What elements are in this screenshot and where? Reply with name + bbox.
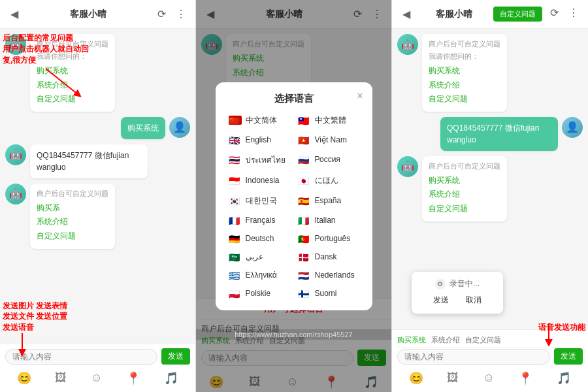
q-3-2-buy[interactable]: 购买系统 <box>429 174 500 188</box>
q-3-2-custom[interactable]: 自定义问题 <box>429 202 500 216</box>
rec-send-btn[interactable]: 发送 <box>428 293 454 307</box>
lang-th[interactable]: 🇹🇭ประเทศไทย <box>226 152 293 168</box>
lang-vn[interactable]: 🇻🇳Việt Nam <box>295 133 362 146</box>
lang-en[interactable]: 🇬🇧English <box>226 133 293 146</box>
bubble-buy: 购买系统 <box>121 117 165 139</box>
tab-buy-3[interactable]: 购买系统 <box>397 335 426 345</box>
menu-icon-1[interactable]: ⋮ <box>173 8 189 20</box>
q-3-ask: 我请你想问的： <box>429 52 500 61</box>
lang-dk[interactable]: 🇩🇰Dansk <box>295 250 362 263</box>
q-link-custom-2[interactable]: 自定义问题 <box>37 229 108 244</box>
msg-row-custom-2: 🤖 商户后台可自定义问题 购买系 系统介绍 自定义问题 <box>5 184 190 249</box>
audio-icon-3[interactable]: 🎵 <box>557 371 571 385</box>
face-icon-1[interactable]: ☺ <box>90 371 102 385</box>
msg-row-user-buy: 👤 购买系统 <box>5 117 190 139</box>
lang-fi[interactable]: 🇫🇮Suomi <box>295 287 362 300</box>
menu-icon-3[interactable]: ⋮ <box>566 7 581 22</box>
lang-it[interactable]: 🇮🇹Italian <box>295 214 362 227</box>
lang-fr[interactable]: 🇫🇷Français <box>226 214 293 227</box>
q-3-intro[interactable]: 系统介绍 <box>429 78 500 93</box>
q-ask-1: 我请你想问的： <box>37 52 108 61</box>
q-link-intro[interactable]: 系统介绍 <box>37 78 108 93</box>
lang-de[interactable]: 🇩🇪Deutsch <box>226 232 293 245</box>
q-link-custom[interactable]: 自定义问题 <box>37 92 108 106</box>
audio-icon-1[interactable]: 🎵 <box>164 371 178 385</box>
recording-popup: ⚙ 录音中... 发送 取消 <box>412 272 503 314</box>
input-3[interactable] <box>397 349 550 365</box>
lang-ru[interactable]: 🇷🇺Россия <box>295 152 362 168</box>
lang-pt[interactable]: 🇵🇹Português <box>295 232 362 245</box>
header-title-1: 客服小晴 <box>22 8 154 20</box>
input-1[interactable] <box>5 349 157 365</box>
chat-area-1: 🤖 商户后台可自定义问题 我请你想问的： 购买系统 系统介绍 自定义问题 👤 购… <box>0 29 195 344</box>
toolbar-1: 😊 🖼 ☺ 📍 🎵 <box>5 368 190 388</box>
msg-row-3-bot-1: 🤖 商户后台可自定义问题 我请你想问的： 购买系统 系统介绍 自定义问题 <box>397 34 583 112</box>
tab-custom-3[interactable]: 自定义问题 <box>465 335 501 345</box>
location-icon-3[interactable]: 📍 <box>518 371 532 385</box>
face-icon-3[interactable]: ☺ <box>483 371 495 385</box>
language-modal: 选择语言 × 🇨🇳中文简体 🇹🇼中文繁體 🇬🇧English 🇻🇳Việt Na… <box>216 82 372 310</box>
lang-es[interactable]: 🇪🇸España <box>295 193 362 208</box>
emoji-icon-3[interactable]: 😊 <box>409 371 423 385</box>
modal-close-btn[interactable]: × <box>357 90 363 102</box>
lang-pl[interactable]: 🇵🇱Polskie <box>226 287 293 300</box>
custom-btn-3[interactable]: 自定义问题 <box>493 7 542 22</box>
avatar-3-bot-1: 🤖 <box>397 34 418 55</box>
modal-title: 选择语言 <box>226 93 362 105</box>
avatar-bot-2: 🤖 <box>5 144 26 165</box>
refresh-icon-3[interactable]: ⟳ <box>546 7 562 22</box>
msg-row-3-user: 👤 QQ1845457777 微信fujian wangluo <box>397 117 583 151</box>
panel-1: 后台配置的常见问题用户点击机器人就自动回复,很方便 ◀ 客服小晴 ⟳ ⋮ 🤖 商… <box>0 0 196 392</box>
recording-text: 录音中... <box>449 278 480 289</box>
location-icon-1[interactable]: 📍 <box>126 371 140 385</box>
chat-area-3: 🤖 商户后台可自定义问题 我请你想问的： 购买系统 系统介绍 自定义问题 ⚙ 录… <box>392 29 588 329</box>
image-icon-3[interactable]: 🖼 <box>447 371 459 385</box>
q-link-buy-2[interactable]: 购买系 <box>37 201 108 216</box>
msg-row-bot-1: 🤖 商户后台可自定义问题 我请你想问的： 购买系统 系统介绍 自定义问题 <box>5 34 190 112</box>
custom-questions-1: 商户后台可自定义问题 我请你想问的： 购买系统 系统介绍 自定义问题 <box>30 34 115 112</box>
recording-status: ⚙ 录音中... <box>435 278 480 289</box>
lang-gr[interactable]: 🇬🇷Ελληνικά <box>226 269 293 282</box>
panel-header-1: ◀ 客服小晴 ⟳ ⋮ <box>0 0 195 29</box>
lang-zh-trad[interactable]: 🇹🇼中文繁體 <box>295 113 362 128</box>
avatar-bot-3: 🤖 <box>5 184 26 204</box>
msg-row-3-custom-2: 🤖 商户后台可自定义问题 购买系统 系统介绍 自定义问题 <box>397 156 583 221</box>
q-3-2-label: 商户后台可自定义问题 <box>429 161 500 171</box>
panel-2: ◀ 客服小晴 ⟳ ⋮ 🤖 商户后台可自定义问题 购买系统 系统介绍 自定义问题 … <box>196 0 392 392</box>
q-link-intro-2[interactable]: 系统介绍 <box>37 215 108 229</box>
panel-3: ◀ 客服小晴 自定义问题 ⟳ ⋮ 🤖 商户后台可自定义问题 我请你想问的： 购买… <box>392 0 588 392</box>
custom-questions-3: 商户后台可自定义问题 我请你想问的： 购买系统 系统介绍 自定义问题 <box>422 34 507 112</box>
emoji-icon-1[interactable]: 😊 <box>17 371 31 385</box>
back-icon-1[interactable]: ◀ <box>7 8 22 20</box>
send-btn-3[interactable]: 发送 <box>554 348 583 365</box>
modal-overlay[interactable]: 选择语言 × 🇨🇳中文简体 🇹🇼中文繁體 🇬🇧English 🇻🇳Việt Na… <box>196 0 391 392</box>
msg-row-bot-contact: 🤖 QQ1845457777 微信fujian wangluo <box>5 144 190 178</box>
tab-intro-3[interactable]: 系统介绍 <box>431 335 460 345</box>
lang-ar[interactable]: 🇸🇦عربي <box>226 250 293 263</box>
q-3-custom[interactable]: 自定义问题 <box>429 92 500 106</box>
q-3-buy[interactable]: 购买系统 <box>429 64 500 78</box>
avatar-3-user: 👤 <box>562 117 583 138</box>
send-btn-1[interactable]: 发送 <box>161 348 190 365</box>
language-grid: 🇨🇳中文简体 🇹🇼中文繁體 🇬🇧English 🇻🇳Việt Nam 🇹🇭ประ… <box>226 113 362 300</box>
q-label-1: 商户后台可自定义问题 <box>37 39 108 49</box>
avatar-3-bot-3: 🤖 <box>397 156 418 177</box>
toolbar-3: 😊 🖼 ☺ 📍 🎵 <box>397 368 583 388</box>
avatar-user-1: 👤 <box>169 117 190 138</box>
avatar-bot-1: 🤖 <box>5 34 26 55</box>
back-icon-3[interactable]: ◀ <box>399 8 414 20</box>
lang-kr[interactable]: 🇰🇷대한민국 <box>226 193 293 208</box>
q-link-buy[interactable]: 购买系统 <box>37 64 108 78</box>
image-icon-1[interactable]: 🖼 <box>55 371 67 385</box>
lang-nl[interactable]: 🇳🇱Nederlands <box>295 269 362 282</box>
rec-cancel-btn[interactable]: 取消 <box>461 293 487 307</box>
tab-bar-3: 购买系统 系统介绍 自定义问题 <box>397 334 583 348</box>
custom-questions-3-2: 商户后台可自定义问题 购买系统 系统介绍 自定义问题 <box>422 156 507 221</box>
q-3-label: 商户后台可自定义问题 <box>429 39 500 49</box>
lang-id[interactable]: 🇮🇩Indonesia <box>226 173 293 188</box>
refresh-icon-1[interactable]: ⟳ <box>154 8 169 20</box>
q-3-2-intro[interactable]: 系统介绍 <box>429 188 500 202</box>
recording-actions: 发送 取消 <box>428 293 487 307</box>
lang-jp[interactable]: 🇯🇵にほん <box>295 173 362 188</box>
lang-zh-simple[interactable]: 🇨🇳中文简体 <box>226 113 293 128</box>
